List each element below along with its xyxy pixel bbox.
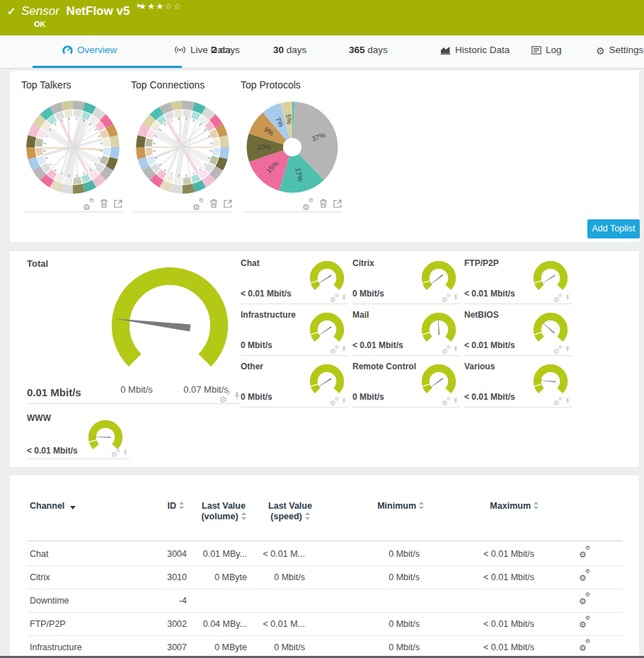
trash-icon[interactable] xyxy=(319,198,328,211)
gears-icon[interactable]: ⚙⚙ xyxy=(579,547,590,557)
cell-last-speed: 0 Mbit/s xyxy=(243,636,305,656)
svg-text:2: 2 xyxy=(100,150,103,153)
tab-365-days[interactable]: 365 days xyxy=(349,45,388,55)
tab-log[interactable]: Log xyxy=(531,45,562,57)
column-header-channel[interactable]: Channel xyxy=(30,501,76,512)
tab-bar: Overview Live Data 2 days 30 days 365 da… xyxy=(0,35,644,69)
cell-minimum: 0 Mbit/s xyxy=(335,613,420,636)
column-header-maximum[interactable]: Maximum xyxy=(449,501,539,512)
divider xyxy=(27,403,241,404)
tab-historic-data[interactable]: Historic Data xyxy=(440,45,510,57)
cell-channel[interactable]: FTP/P2P xyxy=(30,613,66,636)
gears-icon[interactable]: ⚙⚙ xyxy=(579,594,590,604)
gears-icon[interactable]: ⚙⚙ xyxy=(330,398,339,405)
gears-icon[interactable]: ⚙⚙ xyxy=(219,392,231,402)
cell-minimum: 0 Mbit/s xyxy=(335,636,420,656)
cell-id: 3004 xyxy=(123,543,187,566)
cell-channel[interactable]: Downtime xyxy=(30,589,69,613)
pin-icon[interactable] xyxy=(453,292,459,304)
column-header-id[interactable]: ID xyxy=(130,501,184,512)
gears-icon[interactable]: ⚙⚙ xyxy=(553,398,563,405)
gears-icon[interactable]: ⚙⚙ xyxy=(330,346,339,354)
gears-icon[interactable]: ⚙⚙ xyxy=(553,346,563,354)
tab-2-days[interactable]: 2 days xyxy=(212,45,240,55)
cell-last-speed: < 0.01 M... xyxy=(243,543,305,566)
cell-last-volume: 0.04 MBy... xyxy=(183,613,247,636)
row-settings: ⚙⚙ xyxy=(579,589,590,613)
column-header-last-value-speed[interactable]: Last Value (speed) xyxy=(259,501,321,522)
pin-icon[interactable] xyxy=(234,391,241,403)
gauge-tile-ftp-p2p: FTP/P2P < 0.01 Mbit/s ⚙⚙ xyxy=(464,257,572,304)
gears-icon[interactable]: ⚙⚙ xyxy=(111,449,120,457)
tab-settings[interactable]: ⚙Settings xyxy=(596,45,643,57)
svg-text:2: 2 xyxy=(192,172,195,176)
sensor-name: NetFlow v5 xyxy=(67,4,130,18)
sort-icon[interactable] xyxy=(179,502,184,509)
tab-overview[interactable]: Overview xyxy=(62,45,117,57)
svg-text:2: 2 xyxy=(185,174,188,178)
sort-icon[interactable] xyxy=(305,512,310,520)
total-gauge-min: 0 Mbit/s xyxy=(105,384,168,395)
sort-icon[interactable] xyxy=(419,502,424,509)
divider xyxy=(23,212,122,212)
external-link-icon[interactable] xyxy=(333,198,342,211)
top-talkers-chord-chart[interactable]: 152222223222225222212222 xyxy=(23,98,122,197)
sort-icon[interactable] xyxy=(534,502,539,509)
stars-filled[interactable]: ★★★ xyxy=(139,1,165,11)
add-toplist-button[interactable]: Add Toplist xyxy=(587,219,640,238)
pin-icon[interactable] xyxy=(565,343,570,356)
top-protocols-pie-chart[interactable]: 37%17%15%10%9%7%5% xyxy=(243,98,342,197)
column-header-minimum[interactable]: Minimum xyxy=(335,501,424,512)
gears-icon[interactable]: ⚙⚙ xyxy=(579,617,590,627)
gears-icon[interactable]: ⚙⚙ xyxy=(442,294,451,302)
channel-gauge xyxy=(532,364,569,398)
stars-empty[interactable]: ☆☆ xyxy=(165,1,183,11)
svg-text:2: 2 xyxy=(163,122,167,127)
svg-text:5: 5 xyxy=(163,168,166,172)
trash-icon[interactable] xyxy=(100,198,108,211)
gears-icon[interactable]: ⚙⚙ xyxy=(83,200,94,209)
table-row-ftp-p2p: FTP/P2P 3002 0.04 MBy... < 0.01 M... 0 M… xyxy=(10,613,639,636)
cell-last-speed: < 0.01 M... xyxy=(243,613,305,636)
gauge-value: 0 Mbit/s xyxy=(352,392,384,402)
cell-channel[interactable]: Citrix xyxy=(30,566,50,589)
trash-icon[interactable] xyxy=(209,198,218,211)
cell-channel[interactable]: Infrastructure xyxy=(30,636,82,656)
pin-icon[interactable] xyxy=(565,292,570,304)
gauge-actions: ⚙⚙ xyxy=(111,446,128,459)
tab-30-days[interactable]: 30 days xyxy=(273,45,306,55)
cell-minimum: 0 Mbit/s xyxy=(335,566,420,589)
pin-icon[interactable] xyxy=(341,292,347,304)
gears-icon[interactable]: ⚙⚙ xyxy=(302,200,314,209)
caret-down-icon xyxy=(70,506,76,509)
sort-icon[interactable] xyxy=(241,512,246,520)
pin-icon[interactable] xyxy=(453,343,459,356)
pin-icon[interactable] xyxy=(341,343,347,356)
gears-icon[interactable]: ⚙⚙ xyxy=(192,200,204,209)
pin-icon[interactable] xyxy=(341,395,347,408)
cell-last-volume: 0 MByte xyxy=(183,636,247,656)
gauge-label: NetBIOS xyxy=(464,310,499,320)
cell-minimum: 0 Mbit/s xyxy=(335,543,420,566)
divider xyxy=(243,212,342,212)
gauge-tile-citrix: Citrix 0 Mbit/s ⚙⚙ xyxy=(352,257,460,304)
live-icon xyxy=(174,45,186,57)
priority-stars[interactable]: ★★★☆☆ xyxy=(139,1,182,11)
gears-icon[interactable]: ⚙⚙ xyxy=(442,346,451,354)
gauge-tile-various: Various < 0.01 Mbit/s ⚙⚙ xyxy=(464,360,572,408)
pin-icon[interactable] xyxy=(453,395,459,408)
cell-last-volume: 0.01 MBy... xyxy=(183,543,247,566)
gears-icon[interactable]: ⚙⚙ xyxy=(579,570,590,580)
svg-text:2: 2 xyxy=(94,128,98,132)
gears-icon[interactable]: ⚙⚙ xyxy=(579,640,590,650)
top-connections-chord-chart[interactable]: 252222213222225222221222 xyxy=(133,98,232,197)
gears-icon[interactable]: ⚙⚙ xyxy=(442,398,451,405)
cell-channel[interactable]: Chat xyxy=(30,543,48,566)
gears-icon[interactable]: ⚙⚙ xyxy=(553,294,563,302)
column-header-last-value-volume[interactable]: Last Value (volume) xyxy=(190,501,258,522)
pin-icon[interactable] xyxy=(565,395,570,408)
gears-icon[interactable]: ⚙⚙ xyxy=(330,294,339,302)
external-link-icon[interactable] xyxy=(224,198,232,211)
pin-icon[interactable] xyxy=(122,446,128,459)
external-link-icon[interactable] xyxy=(114,198,122,211)
